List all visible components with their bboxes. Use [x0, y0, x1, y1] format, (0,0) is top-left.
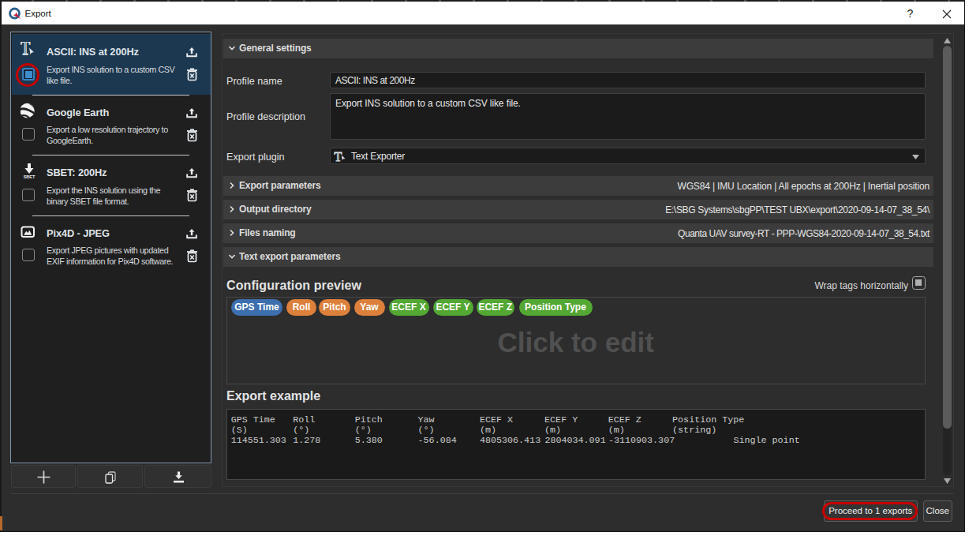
- svg-text:T: T: [335, 150, 342, 163]
- svg-text:SBET: SBET: [24, 174, 36, 179]
